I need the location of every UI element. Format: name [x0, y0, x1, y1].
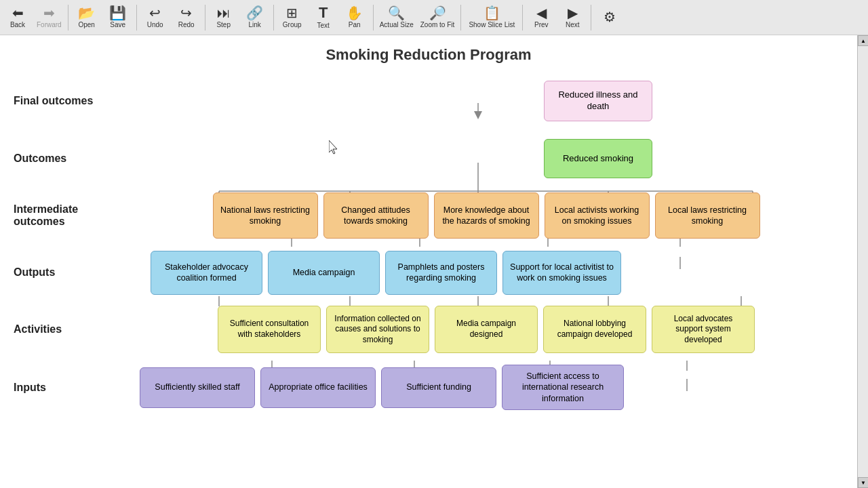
scroll-track[interactable]: [858, 46, 868, 477]
save-button[interactable]: 💾Save: [103, 2, 133, 33]
row-outputs: Outputs Stakeholder advocacy coalition f…: [14, 248, 844, 297]
next-button[interactable]: ▶Next: [557, 2, 587, 33]
activities-label: Activities: [14, 323, 129, 336]
intermediate-label: Intermediateoutcomes: [14, 203, 129, 228]
scroll-up-button[interactable]: ▲: [858, 35, 868, 46]
scrollbar-right[interactable]: ▲ ▼: [857, 35, 868, 488]
row-final-outcomes: Final outcomes Reduced illness and death: [14, 73, 844, 129]
row-inputs: Inputs Sufficiently skilled staff Approp…: [14, 362, 844, 413]
box-research-access[interactable]: Sufficient access to international resea…: [502, 365, 624, 410]
back-button[interactable]: ⬅Back: [3, 2, 33, 33]
box-local-advocates[interactable]: Local advocates support system developed: [652, 306, 755, 353]
box-stakeholder-coalition[interactable]: Stakeholder advocacy coalition formed: [151, 251, 262, 295]
box-national-laws[interactable]: National laws restricting smoking: [213, 192, 318, 239]
undo-button[interactable]: ↩Undo: [140, 2, 170, 33]
scroll-down-button[interactable]: ▼: [858, 477, 868, 488]
box-info-collected[interactable]: Information collected on causes and solu…: [326, 306, 429, 353]
inputs-label: Inputs: [14, 382, 129, 394]
box-national-lobbying[interactable]: National lobbying campaign developed: [543, 306, 646, 353]
outcomes-content: Reduced smoking: [353, 139, 844, 178]
diagram: Smoking Reduction Program: [0, 35, 857, 488]
box-sufficient-funding[interactable]: Sufficient funding: [381, 367, 496, 408]
settings-button[interactable]: ⚙: [595, 2, 625, 33]
main-area: Smoking Reduction Program: [0, 35, 868, 488]
box-pamphlets-posters[interactable]: Pamphlets and posters regarding smoking: [385, 251, 497, 295]
group-button[interactable]: ⊞Group: [277, 2, 307, 33]
show-slice-list-button[interactable]: 📋Show Slice List: [465, 2, 519, 33]
outputs-label: Outputs: [14, 266, 129, 279]
final-outcomes-content: Reduced illness and death: [353, 81, 844, 121]
box-media-designed[interactable]: Media campaign designed: [435, 306, 538, 353]
box-support-local[interactable]: Support for local activitist to work on …: [502, 251, 621, 295]
box-more-knowledge[interactable]: More knowledge about the hazards of smok…: [434, 192, 539, 239]
box-reduced-smoking[interactable]: Reduced smoking: [544, 139, 652, 178]
zoom-fit-button[interactable]: 🔎Zoom to Fit: [418, 2, 458, 33]
box-skilled-staff[interactable]: Sufficiently skilled staff: [140, 367, 255, 408]
toolbar: ⬅Back ➡Forward 📂Open 💾Save ↩Undo ↪Redo ⏭…: [0, 0, 868, 35]
step-button[interactable]: ⏭Step: [209, 2, 239, 33]
box-local-laws[interactable]: Local laws restricting smoking: [655, 192, 760, 239]
open-button[interactable]: 📂Open: [72, 2, 102, 33]
inputs-content: Sufficiently skilled staff Appropriate o…: [140, 365, 844, 410]
activities-content: Sufficient consultation with stakeholder…: [129, 306, 844, 353]
box-local-activists[interactable]: Local activists working on smoking issue…: [545, 192, 650, 239]
box-changed-attitudes[interactable]: Changed attitudes towards smoking: [323, 192, 429, 239]
box-office-facilities[interactable]: Appropriate office facilities: [260, 367, 376, 408]
actual-size-button[interactable]: 🔍Actual Size: [377, 2, 416, 33]
box-reduced-illness[interactable]: Reduced illness and death: [544, 81, 652, 121]
row-outcomes: Outcomes Reduced smoking: [14, 134, 844, 183]
canvas[interactable]: Smoking Reduction Program: [0, 35, 857, 488]
intermediate-content: National laws restricting smoking Change…: [129, 192, 844, 239]
row-intermediate: Intermediateoutcomes National laws restr…: [14, 188, 844, 243]
pan-button[interactable]: ✋Pan: [340, 2, 370, 33]
forward-button[interactable]: ➡Forward: [34, 2, 64, 33]
prev-button[interactable]: ◀Prev: [526, 2, 556, 33]
outcomes-label: Outcomes: [14, 152, 129, 165]
text-button[interactable]: TText: [309, 2, 338, 33]
box-media-campaign[interactable]: Media campaign: [268, 251, 380, 295]
diagram-title: Smoking Reduction Program: [14, 46, 844, 64]
final-outcomes-label: Final outcomes: [14, 95, 129, 107]
link-button[interactable]: 🔗Link: [240, 2, 270, 33]
row-activities: Activities Sufficient consultation with …: [14, 302, 844, 357]
outputs-content: Stakeholder advocacy coalition formed Me…: [151, 251, 844, 295]
redo-button[interactable]: ↪Redo: [172, 2, 201, 33]
box-stakeholder-consultation[interactable]: Sufficient consultation with stakeholder…: [218, 306, 321, 353]
